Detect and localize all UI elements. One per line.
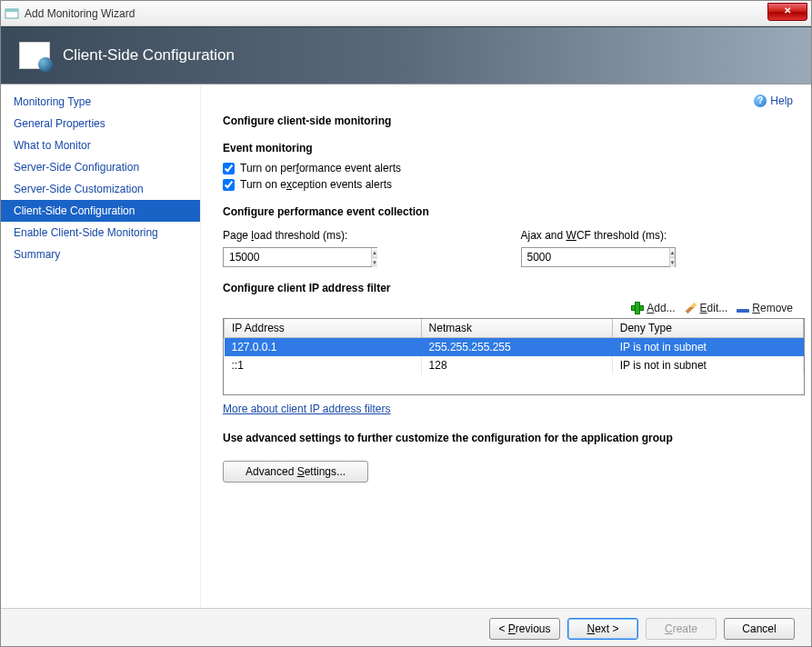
advanced-settings-button[interactable]: Advanced Settings... xyxy=(223,461,368,483)
exception-alerts-checkbox[interactable] xyxy=(223,179,235,191)
step-monitoring-type[interactable]: Monitoring Type xyxy=(1,91,200,113)
close-button[interactable]: ✕ xyxy=(767,3,807,21)
perf-alerts-label: Turn on performance event alerts xyxy=(240,162,401,174)
ip-filter-table[interactable]: IP Address Netmask Deny Type 127.0.0.1 2… xyxy=(223,318,805,395)
ip-filter-title: Configure client IP address filter xyxy=(223,282,793,294)
cancel-button[interactable]: Cancel xyxy=(724,618,795,640)
next-button[interactable]: Next > xyxy=(567,618,638,640)
help-icon: ? xyxy=(754,95,767,107)
perf-alerts-checkbox[interactable] xyxy=(223,163,235,174)
svg-rect-1 xyxy=(5,9,18,12)
edit-button[interactable]: Edit... xyxy=(685,302,728,314)
step-summary[interactable]: Summary xyxy=(1,244,200,265)
app-icon xyxy=(5,6,19,21)
titlebar: Add Monitoring Wizard ✕ xyxy=(1,1,811,26)
table-row[interactable]: 127.0.0.1 255.255.255.255 IP is not in s… xyxy=(225,338,804,357)
more-about-ip-filters-link[interactable]: More about client IP address filters xyxy=(223,403,391,415)
step-what-to-monitor[interactable]: What to Monitor xyxy=(1,134,200,156)
advanced-text: Use advanced settings to further customi… xyxy=(223,432,793,444)
ajax-wcf-threshold-spinner[interactable]: ▲ ▼ xyxy=(521,247,676,267)
banner-title: Client-Side Configuration xyxy=(63,46,235,65)
col-deny-type[interactable]: Deny Type xyxy=(612,319,803,338)
perf-collection-title: Configure performance event collection xyxy=(223,205,793,218)
step-enable-client-side-monitoring[interactable]: Enable Client-Side Monitoring xyxy=(1,222,200,244)
step-general-properties[interactable]: General Properties xyxy=(1,113,200,134)
perf-alerts-checkbox-row[interactable]: Turn on performance event alerts xyxy=(223,162,793,174)
ajax-wcf-up[interactable]: ▲ xyxy=(670,248,676,258)
main-panel: ? Help Configure client-side monitoring … xyxy=(201,85,811,608)
banner-icon xyxy=(19,42,50,69)
step-client-side-configuration[interactable]: Client-Side Configuration xyxy=(1,200,200,222)
wizard-steps-sidebar: Monitoring Type General Properties What … xyxy=(1,85,201,608)
plus-icon xyxy=(631,302,644,314)
banner: Client-Side Configuration xyxy=(1,26,811,85)
page-load-threshold-label: Page load threshold (ms): xyxy=(223,229,496,242)
window-title: Add Monitoring Wizard xyxy=(25,7,135,20)
create-button: Create xyxy=(646,618,717,640)
step-server-side-configuration[interactable]: Server-Side Configuration xyxy=(1,156,200,178)
exception-alerts-checkbox-row[interactable]: Turn on exception events alerts xyxy=(223,178,793,191)
table-row[interactable]: ::1 128 IP is not in subnet xyxy=(225,356,804,374)
page-load-threshold-input[interactable] xyxy=(224,248,371,266)
page-load-threshold-spinner[interactable]: ▲ ▼ xyxy=(223,247,377,267)
pencil-icon xyxy=(685,303,697,314)
page-load-down[interactable]: ▼ xyxy=(372,258,377,267)
step-server-side-customization[interactable]: Server-Side Customization xyxy=(1,178,200,200)
col-netmask[interactable]: Netmask xyxy=(421,319,612,338)
exception-alerts-label: Turn on exception events alerts xyxy=(240,178,392,191)
minus-icon xyxy=(737,309,749,313)
wizard-footer: < Previous Next > Create Cancel xyxy=(1,608,811,647)
help-label: Help xyxy=(770,95,793,107)
help-link[interactable]: ? Help xyxy=(754,95,793,107)
page-load-up[interactable]: ▲ xyxy=(372,248,377,258)
event-monitoring-title: Event monitoring xyxy=(223,142,793,154)
ajax-wcf-threshold-label: Ajax and WCF threshold (ms): xyxy=(521,229,794,242)
ajax-wcf-threshold-input[interactable] xyxy=(522,248,669,266)
add-button[interactable]: Add... xyxy=(631,302,675,314)
ajax-wcf-down[interactable]: ▼ xyxy=(670,258,676,267)
remove-button[interactable]: Remove xyxy=(737,302,793,314)
col-ip[interactable]: IP Address xyxy=(225,319,422,338)
page-heading: Configure client-side monitoring xyxy=(223,114,793,127)
previous-button[interactable]: < Previous xyxy=(489,618,560,640)
